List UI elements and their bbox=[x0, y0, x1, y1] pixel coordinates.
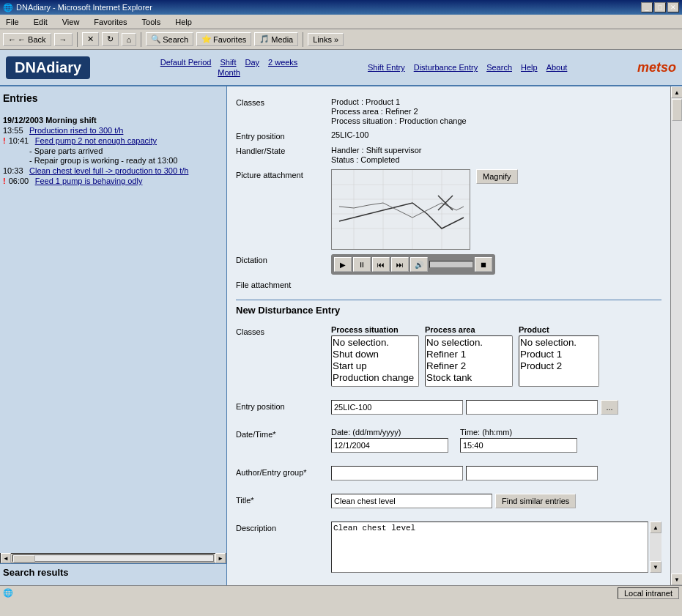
volume-button[interactable]: 🔊 bbox=[410, 257, 428, 272]
entry-link-2[interactable]: Feed pump 2 not enough capacity bbox=[35, 136, 157, 145]
nav-shift-entry[interactable]: Shift Entry bbox=[368, 63, 405, 72]
nav-default-period[interactable]: Default Period bbox=[160, 58, 212, 67]
close-button[interactable]: ✕ bbox=[667, 2, 679, 12]
entry-time-3: 10:33 bbox=[3, 166, 26, 175]
detail-status: Status : Completed bbox=[331, 155, 422, 164]
nav-help[interactable]: Help bbox=[521, 63, 538, 72]
new-entry-datetime-row: Date/Time* Date: (dd/mm/yyyy) Time: (hh:… bbox=[236, 428, 661, 453]
entry-link-4[interactable]: Feed 1 pump is behaving odly bbox=[35, 177, 143, 185]
scroll-thumb[interactable] bbox=[13, 555, 35, 563]
time-group: Time: (hh:mm) bbox=[460, 428, 577, 453]
nav-2weeks[interactable]: 2 weeks bbox=[268, 58, 297, 67]
product-col: Product No selection. Product 1 Product … bbox=[519, 325, 599, 387]
menu-edit[interactable]: Edit bbox=[31, 17, 51, 27]
next-button[interactable]: ⏭ bbox=[391, 257, 409, 272]
title-bar-controls[interactable]: _ □ ✕ bbox=[641, 2, 679, 12]
maximize-button[interactable]: □ bbox=[654, 2, 666, 12]
pause-button[interactable]: ⏸ bbox=[353, 257, 371, 272]
desc-scroll-down[interactable]: ▼ bbox=[650, 561, 661, 573]
app-logo[interactable]: DNAdiary bbox=[6, 56, 90, 79]
menu-help[interactable]: Help bbox=[172, 17, 195, 27]
title-input[interactable] bbox=[331, 494, 492, 508]
detail-classes-values: Product : Product 1 Process area : Refin… bbox=[331, 97, 467, 126]
scroll-track bbox=[671, 98, 682, 574]
pa-option-1: Refiner 1 bbox=[426, 349, 511, 360]
favorites-button[interactable]: ⭐ Favorites bbox=[196, 32, 251, 46]
detail-entry-position-label: Entry position bbox=[236, 130, 331, 141]
media-button[interactable]: 🎵 Media bbox=[254, 32, 298, 46]
author-input[interactable] bbox=[331, 466, 463, 480]
scroll-left-button[interactable]: ◄ bbox=[1, 553, 11, 563]
scroll-down-button[interactable]: ▼ bbox=[671, 574, 682, 585]
links-button[interactable]: Links » bbox=[308, 33, 344, 46]
process-situation-listbox[interactable]: No selection. Shut down Start up Product… bbox=[331, 335, 419, 387]
product-listbox[interactable]: No selection. Product 1 Product 2 bbox=[519, 335, 599, 387]
home-icon: ⌂ bbox=[127, 35, 132, 44]
prev-button[interactable]: ⏮ bbox=[372, 257, 390, 272]
play-button[interactable]: ▶ bbox=[334, 257, 352, 272]
progress-slider[interactable] bbox=[429, 261, 473, 268]
detail-handler-row: Handler/State Handler : Shift supervisor… bbox=[236, 145, 661, 165]
scroll-right-button[interactable]: ► bbox=[215, 553, 226, 563]
refresh-icon: ↻ bbox=[107, 34, 114, 44]
new-entry-title-label: Title* bbox=[236, 494, 331, 505]
process-situation-listbox-wrapper: No selection. Shut down Start up Product… bbox=[331, 335, 419, 387]
status-bar: 🌐 Local intranet bbox=[0, 585, 682, 600]
stop-button[interactable]: ✕ bbox=[82, 32, 99, 46]
new-entry-author-section: Author/Entry group* bbox=[227, 459, 670, 487]
right-scrollbar[interactable]: ▲ ▼ bbox=[670, 86, 682, 585]
refresh-button[interactable]: ↻ bbox=[102, 32, 119, 46]
nav-about[interactable]: About bbox=[546, 63, 568, 72]
description-wrapper: Clean chest level ▲ ▼ bbox=[331, 522, 661, 573]
menu-favorites[interactable]: Favorites bbox=[91, 17, 130, 27]
home-button[interactable]: ⌂ bbox=[122, 33, 137, 46]
desc-scroll-up[interactable]: ▲ bbox=[650, 522, 661, 533]
entry-link-3[interactable]: Clean chest level full -> production to … bbox=[29, 166, 188, 175]
ps-option-1: Shut down bbox=[333, 349, 418, 360]
new-entry-description-section: Description Clean chest level ▲ ▼ bbox=[227, 515, 670, 579]
search-button[interactable]: 🔍 Search bbox=[146, 32, 193, 46]
find-similar-button[interactable]: Find similar entries bbox=[495, 494, 576, 508]
back-icon: ← bbox=[8, 35, 16, 44]
entry-time-2: 10:41 bbox=[9, 136, 32, 145]
prod-option-0: No selection. bbox=[520, 337, 598, 349]
menu-view[interactable]: View bbox=[59, 17, 83, 27]
toolbar-separator bbox=[77, 32, 78, 47]
left-panel: Entries 19/12/2003 Morning shift 13:55 P… bbox=[0, 86, 227, 585]
menu-tools[interactable]: Tools bbox=[139, 17, 164, 27]
pa-option-2: Refiner 2 bbox=[426, 360, 511, 372]
nav-disturbance-entry[interactable]: Disturbance Entry bbox=[414, 63, 478, 72]
entries-scrollbar[interactable]: ◄ ► bbox=[0, 553, 226, 563]
menu-file[interactable]: File bbox=[3, 17, 22, 27]
entry-link-1[interactable]: Production rised to 300 t/h bbox=[29, 126, 123, 135]
nav-search[interactable]: Search bbox=[486, 63, 512, 72]
nav-month[interactable]: Month bbox=[218, 68, 240, 77]
scroll-thumb[interactable] bbox=[672, 99, 682, 121]
detail-handler-values: Handler : Shift supervisor Status : Comp… bbox=[331, 145, 422, 165]
browse-button[interactable]: ... bbox=[601, 400, 618, 415]
minimize-button[interactable]: _ bbox=[641, 2, 653, 12]
menu-bar: File Edit View Favorites Tools Help bbox=[0, 15, 682, 29]
author-inputs bbox=[331, 466, 598, 480]
author-group-input[interactable] bbox=[466, 466, 598, 480]
exclaim-icon-1: ! bbox=[3, 136, 6, 145]
entry-sub-2: - Repair group is working - ready at 13:… bbox=[3, 156, 223, 165]
new-entry-position-label: Entry position bbox=[236, 400, 331, 411]
entry-position-input[interactable] bbox=[331, 400, 463, 415]
process-area-listbox[interactable]: No selection. Refiner 1 Refiner 2 Stock … bbox=[425, 335, 513, 387]
back-button[interactable]: ← ← Back bbox=[3, 33, 51, 46]
status-right: Local intranet bbox=[618, 587, 679, 599]
entry-position-input2[interactable] bbox=[466, 400, 598, 415]
time-input[interactable] bbox=[460, 438, 577, 453]
forward-button[interactable]: → bbox=[54, 33, 73, 46]
entry-time-1: 13:55 bbox=[3, 126, 26, 135]
date-input[interactable] bbox=[331, 438, 448, 453]
new-entry-description-label: Description bbox=[236, 522, 331, 532]
stop-button[interactable]: ⏹ bbox=[475, 257, 492, 272]
entry-row-2: ! 10:41 Feed pump 2 not enough capacity bbox=[3, 136, 223, 145]
magnify-button[interactable]: Magnify bbox=[476, 169, 518, 184]
nav-shift[interactable]: Shift bbox=[220, 58, 236, 67]
scroll-up-button[interactable]: ▲ bbox=[671, 86, 682, 98]
description-textarea[interactable]: Clean chest level bbox=[331, 522, 648, 573]
nav-day[interactable]: Day bbox=[245, 58, 259, 67]
